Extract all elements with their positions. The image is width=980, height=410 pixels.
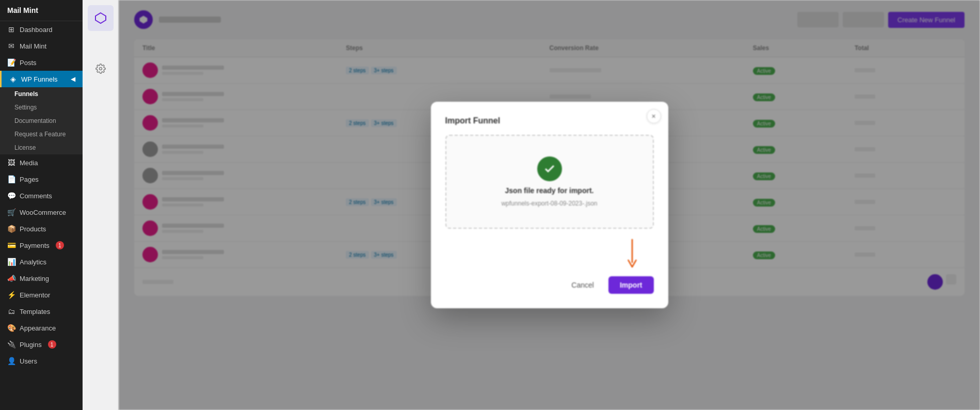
sidebar-item-pages[interactable]: 📄 Pages bbox=[0, 171, 83, 187]
sidebar-item-users[interactable]: 👤 Users bbox=[0, 353, 83, 369]
sidebar-label-media: Media bbox=[20, 159, 38, 167]
wp-funnels-arrow: ◀ bbox=[71, 75, 75, 83]
success-check-icon bbox=[537, 156, 562, 181]
sidebar-label-appearance: Appearance bbox=[20, 324, 56, 332]
submenu-funnels[interactable]: Funnels bbox=[0, 87, 83, 101]
drop-zone-title: Json file ready for import. bbox=[505, 186, 594, 195]
sidebar-label-elementor: Elementor bbox=[20, 291, 50, 299]
drop-zone-filename: wpfunnels-export-08-09-2023-.json bbox=[501, 200, 597, 207]
sidebar-label-woocommerce: WooCommerce bbox=[20, 209, 66, 216]
sidebar-item-products[interactable]: 📦 Products bbox=[0, 220, 83, 237]
import-funnel-dialog: × Import Funnel Json file ready for impo… bbox=[431, 102, 668, 308]
dialog-actions: Cancel Import bbox=[445, 276, 654, 294]
products-icon: 📦 bbox=[7, 225, 15, 233]
appearance-icon: 🎨 bbox=[7, 324, 15, 332]
sidebar-logo: Mail Mint bbox=[0, 0, 83, 21]
templates-icon: 🗂 bbox=[7, 307, 15, 316]
plugins-icon: 🔌 bbox=[7, 340, 15, 349]
sidebar-label-analytics: Analytics bbox=[20, 258, 46, 266]
sidebar-item-analytics[interactable]: 📊 Analytics bbox=[0, 254, 83, 270]
sidebar-label-users: Users bbox=[20, 357, 37, 365]
sidebar-label-pages: Pages bbox=[20, 176, 39, 183]
media-icon: 🖼 bbox=[7, 159, 15, 167]
dialog-title: Import Funnel bbox=[445, 116, 654, 125]
wp-funnels-side-panel bbox=[83, 0, 119, 410]
sidebar-label-dashboard: Dashboard bbox=[20, 26, 53, 34]
panel-funnels-icon[interactable] bbox=[88, 5, 114, 31]
pages-icon: 📄 bbox=[7, 175, 15, 183]
woocommerce-icon: 🛒 bbox=[7, 208, 15, 216]
panel-settings-icon[interactable] bbox=[88, 56, 114, 82]
users-icon: 👤 bbox=[7, 357, 15, 365]
payments-badge: 1 bbox=[56, 241, 64, 249]
sidebar-label-templates: Templates bbox=[20, 308, 50, 316]
sidebar-label-payments: Payments bbox=[20, 242, 50, 249]
sidebar-item-appearance[interactable]: 🎨 Appearance bbox=[0, 320, 83, 336]
sidebar-label-plugins: Plugins bbox=[20, 341, 42, 349]
main-content-area: Create New Funnel Title Steps Conversion… bbox=[119, 0, 980, 410]
sidebar-item-marketing[interactable]: 📣 Marketing bbox=[0, 270, 83, 287]
sidebar-item-templates[interactable]: 🗂 Templates bbox=[0, 303, 83, 320]
sidebar-item-woocommerce[interactable]: 🛒 WooCommerce bbox=[0, 204, 83, 220]
elementor-icon: ⚡ bbox=[7, 291, 15, 299]
svg-point-1 bbox=[99, 68, 102, 70]
sidebar-item-payments[interactable]: 💳 Payments 1 bbox=[0, 237, 83, 254]
sidebar-label-posts: Posts bbox=[20, 59, 37, 67]
marketing-icon: 📣 bbox=[7, 274, 15, 282]
submenu-request-feature[interactable]: Request a Feature bbox=[0, 128, 83, 141]
import-button[interactable]: Import bbox=[608, 276, 654, 294]
sidebar-item-media[interactable]: 🖼 Media bbox=[0, 154, 83, 171]
sidebar: Mail Mint ⊞ Dashboard ✉ Mail Mint 📝 Post… bbox=[0, 0, 83, 410]
sidebar-label-marketing: Marketing bbox=[20, 275, 49, 282]
submenu-documentation[interactable]: Documentation bbox=[0, 114, 83, 128]
sidebar-item-posts[interactable]: 📝 Posts bbox=[0, 54, 83, 71]
submenu-license[interactable]: License bbox=[0, 141, 83, 154]
sidebar-item-elementor[interactable]: ⚡ Elementor bbox=[0, 287, 83, 303]
sidebar-label-mail-mint: Mail Mint bbox=[20, 42, 46, 50]
comments-icon: 💬 bbox=[7, 192, 15, 200]
sidebar-item-comments[interactable]: 💬 Comments bbox=[0, 187, 83, 204]
arrow-indicator bbox=[445, 239, 654, 270]
wp-funnels-submenu: Funnels Settings Documentation Request a… bbox=[0, 87, 83, 154]
sidebar-item-dashboard[interactable]: ⊞ Dashboard bbox=[0, 21, 83, 38]
sidebar-label-wp-funnels: WP Funnels bbox=[21, 75, 58, 83]
sidebar-label-comments: Comments bbox=[20, 192, 52, 200]
logo-text: Mail Mint bbox=[7, 6, 38, 14]
mail-mint-icon: ✉ bbox=[7, 42, 15, 50]
dashboard-icon: ⊞ bbox=[7, 25, 15, 34]
sidebar-item-wp-funnels[interactable]: ◈ WP Funnels ◀ bbox=[0, 71, 83, 87]
submenu-settings[interactable]: Settings bbox=[0, 101, 83, 114]
posts-icon: 📝 bbox=[7, 58, 15, 67]
analytics-icon: 📊 bbox=[7, 258, 15, 266]
svg-marker-0 bbox=[95, 13, 106, 23]
payments-icon: 💳 bbox=[7, 241, 15, 249]
sidebar-item-mail-mint[interactable]: ✉ Mail Mint bbox=[0, 38, 83, 54]
wp-funnels-icon: ◈ bbox=[9, 75, 17, 83]
sidebar-item-plugins[interactable]: 🔌 Plugins 1 bbox=[0, 336, 83, 353]
sidebar-label-products: Products bbox=[20, 225, 46, 233]
plugins-badge: 1 bbox=[48, 340, 56, 349]
dialog-overlay: × Import Funnel Json file ready for impo… bbox=[119, 0, 980, 410]
cancel-button[interactable]: Cancel bbox=[563, 277, 602, 293]
dialog-close-button[interactable]: × bbox=[647, 109, 661, 123]
file-drop-zone[interactable]: Json file ready for import. wpfunnels-ex… bbox=[445, 135, 654, 229]
